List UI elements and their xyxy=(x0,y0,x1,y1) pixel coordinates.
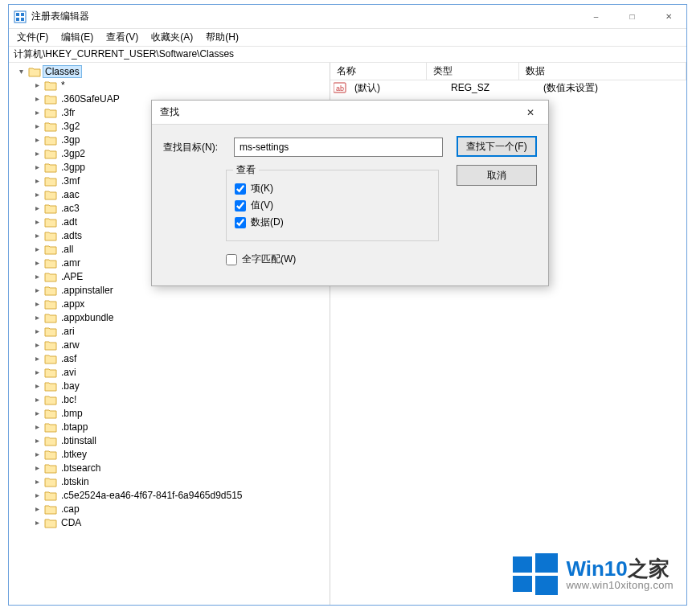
tree-item-label: .btskin xyxy=(59,476,92,487)
folder-icon xyxy=(28,66,41,77)
tree-item-label: .btinstall xyxy=(59,435,99,446)
tree-item-label: .adt xyxy=(59,216,80,228)
expander-icon[interactable]: ▸ xyxy=(31,203,43,212)
expander-icon[interactable]: ▸ xyxy=(31,80,43,89)
expander-icon[interactable]: ▸ xyxy=(31,326,43,335)
expander-icon[interactable]: ▸ xyxy=(31,272,43,281)
chk-data-row[interactable]: 数据(D) xyxy=(235,216,430,229)
expander-icon[interactable]: ▸ xyxy=(31,340,43,349)
tree-item[interactable]: ▸.asf xyxy=(9,351,330,365)
expander-icon[interactable]: ▸ xyxy=(31,94,43,103)
expander-icon[interactable]: ▸ xyxy=(31,108,43,117)
folder-icon xyxy=(44,285,57,296)
cancel-button[interactable]: 取消 xyxy=(457,165,537,186)
expander-icon[interactable]: ▸ xyxy=(31,450,43,458)
find-target-input[interactable] xyxy=(234,138,443,157)
menu-view[interactable]: 查看(V) xyxy=(101,29,143,46)
tree-item[interactable]: ▸.appx xyxy=(9,297,330,310)
chk-whole-row[interactable]: 全字匹配(W) xyxy=(226,253,537,266)
tree-item[interactable]: ▸.btkey xyxy=(9,447,330,461)
list-row[interactable]: ab (默认) REG_SZ (数值未设置) xyxy=(330,80,686,95)
find-next-button[interactable]: 查找下一个(F) xyxy=(457,136,537,157)
tree-item[interactable]: ▸.ari xyxy=(9,324,330,338)
tree-item[interactable]: ▸.c5e2524a-ea46-4f67-841f-6a9465d9d515 xyxy=(9,488,330,502)
tree-item[interactable]: ▸.btinstall xyxy=(9,433,330,447)
chk-data[interactable] xyxy=(235,217,246,228)
menu-file[interactable]: 文件(F) xyxy=(12,29,53,46)
maximize-button[interactable]: □ xyxy=(614,6,650,28)
expander-icon[interactable]: ▸ xyxy=(31,422,43,431)
tree-item[interactable]: ▸.cap xyxy=(9,502,330,515)
expander-icon[interactable]: ▸ xyxy=(31,162,43,171)
col-type[interactable]: 类型 xyxy=(427,63,519,80)
svg-rect-2 xyxy=(21,13,24,16)
menu-help[interactable]: 帮助(H) xyxy=(201,29,244,46)
minimize-button[interactable]: – xyxy=(578,6,614,28)
tree-item[interactable]: ▸.avi xyxy=(9,365,330,379)
chk-data-label: 数据(D) xyxy=(251,216,284,229)
expander-icon[interactable]: ▸ xyxy=(31,381,43,390)
expander-icon[interactable]: ▸ xyxy=(31,409,43,417)
expander-icon[interactable]: ▸ xyxy=(31,149,43,158)
tree-item[interactable]: ▸.bmp xyxy=(9,406,330,420)
expander-icon[interactable]: ▸ xyxy=(31,436,43,445)
folder-icon xyxy=(44,298,57,310)
expander-icon[interactable]: ▸ xyxy=(31,518,43,527)
tree-item[interactable]: ▸.btsearch xyxy=(9,461,330,474)
expander-icon[interactable]: ▸ xyxy=(31,354,43,363)
tree-item-label: .appx xyxy=(59,298,87,310)
expander-icon[interactable]: ▸ xyxy=(31,477,43,486)
menu-edit[interactable]: 编辑(E) xyxy=(56,29,98,46)
expander-icon[interactable]: ▸ xyxy=(31,395,43,404)
expander-icon[interactable]: ▸ xyxy=(31,491,43,499)
tree-item[interactable]: ▸* xyxy=(9,78,330,92)
address-bar[interactable]: 计算机\HKEY_CURRENT_USER\Software\Classes xyxy=(9,47,686,63)
expander-icon[interactable]: ▸ xyxy=(31,504,43,513)
tree-item[interactable]: ▸.btskin xyxy=(9,474,330,488)
folder-icon xyxy=(44,203,57,214)
find-dialog: 查找 ✕ 查找目标(N): 查找下一个(F) 取消 查看 项(K) 值(V) 数… xyxy=(151,100,549,286)
tree-item[interactable]: ▸.bc! xyxy=(9,392,330,406)
expander-icon[interactable]: ▸ xyxy=(31,285,43,294)
tree-item[interactable]: ▸CDA xyxy=(9,515,330,529)
tree-item[interactable]: ▸.arw xyxy=(9,338,330,351)
expander-icon[interactable]: ▸ xyxy=(31,231,43,240)
dialog-close-button[interactable]: ✕ xyxy=(512,101,548,125)
expander-icon[interactable]: ▸ xyxy=(31,258,43,267)
tree-item[interactable]: ▸.appxbundle xyxy=(9,310,330,324)
chk-values-row[interactable]: 值(V) xyxy=(235,199,430,212)
folder-icon xyxy=(44,367,57,378)
expander-icon[interactable]: ▸ xyxy=(31,313,43,322)
expander-icon[interactable]: ▾ xyxy=(15,67,27,76)
expander-icon[interactable]: ▸ xyxy=(31,299,43,308)
col-name[interactable]: 名称 xyxy=(330,63,427,80)
expander-icon[interactable]: ▸ xyxy=(31,217,43,226)
chk-keys[interactable] xyxy=(235,183,246,195)
folder-icon xyxy=(44,121,57,132)
expander-icon[interactable]: ▸ xyxy=(31,121,43,130)
expander-icon[interactable]: ▸ xyxy=(31,244,43,253)
folder-icon xyxy=(44,216,57,228)
find-target-label: 查找目标(N): xyxy=(163,141,226,154)
chk-keys-row[interactable]: 项(K) xyxy=(235,182,430,195)
chk-whole[interactable] xyxy=(226,254,237,265)
expander-icon[interactable]: ▸ xyxy=(31,368,43,376)
tree-item[interactable]: ▸.bay xyxy=(9,379,330,392)
folder-icon xyxy=(44,503,57,515)
chk-values[interactable] xyxy=(235,200,246,211)
svg-rect-1 xyxy=(16,13,19,16)
col-data[interactable]: 数据 xyxy=(519,63,686,80)
tree-item[interactable]: ▸.btapp xyxy=(9,420,330,433)
expander-icon[interactable]: ▸ xyxy=(31,176,43,185)
folder-icon xyxy=(44,462,57,474)
expander-icon[interactable]: ▸ xyxy=(31,135,43,144)
folder-icon xyxy=(44,435,57,446)
close-button[interactable]: ✕ xyxy=(650,6,686,28)
tree-root[interactable]: ▾ Classes xyxy=(9,64,330,78)
expander-icon[interactable]: ▸ xyxy=(31,463,43,472)
tree-item-label: .3fr xyxy=(59,107,77,118)
svg-rect-4 xyxy=(21,18,24,21)
expander-icon[interactable]: ▸ xyxy=(31,190,43,199)
folder-icon xyxy=(44,326,57,337)
menu-favorites[interactable]: 收藏夹(A) xyxy=(146,29,198,46)
